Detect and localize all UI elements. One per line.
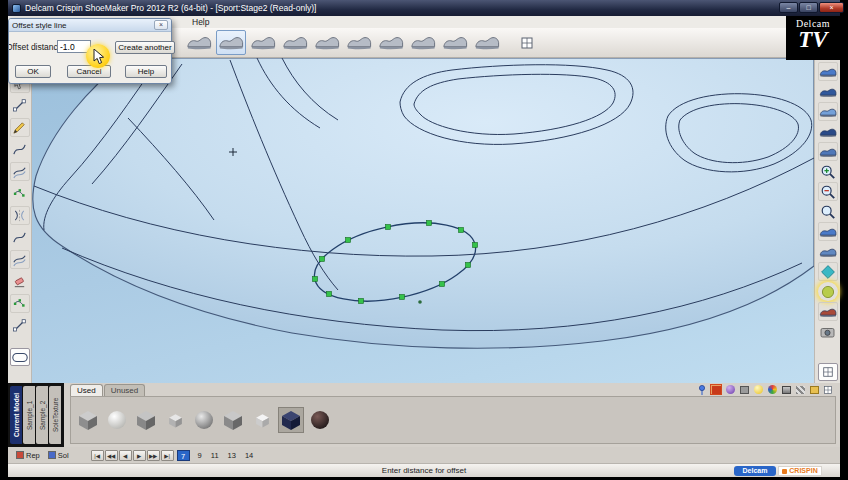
shoe-stitch-icon[interactable]	[376, 30, 406, 55]
forward-button[interactable]: ▶▶	[147, 450, 160, 461]
style-lines-icon[interactable]	[280, 30, 310, 55]
smooth-curve-icon[interactable]	[10, 228, 30, 247]
materials-panel: Current Model Sample_1 Sample_2 SoleText…	[8, 383, 840, 447]
status-message: Enter distance for offset	[8, 466, 840, 475]
delete-curve-icon[interactable]	[10, 272, 30, 291]
offset-curve-icon[interactable]	[10, 162, 30, 181]
shoe-model	[32, 58, 814, 383]
shoe-last-icon[interactable]	[184, 30, 214, 55]
tab-sole-texture[interactable]: SoleTexture	[49, 386, 61, 444]
title-bar: Delcam Crispin ShoeMaker Pro 2012 R2 (64…	[8, 0, 840, 16]
apply-material-icon[interactable]	[710, 384, 722, 395]
frame-number[interactable]: 14	[245, 451, 253, 460]
rep-label: Rep	[26, 451, 40, 460]
frame-number[interactable]: 9	[198, 451, 202, 460]
rep-chip[interactable]: Rep	[16, 451, 40, 460]
shoe-punch-icon[interactable]	[344, 30, 374, 55]
shoe-grade-icon[interactable]	[472, 30, 502, 55]
view-last-icon[interactable]	[818, 62, 838, 81]
rotate-view-icon[interactable]	[818, 222, 838, 241]
pan-view-icon[interactable]	[818, 242, 838, 261]
prev-frame-button[interactable]: ◀	[119, 450, 132, 461]
frame-numbers: 9 11 13 14	[198, 451, 254, 460]
shoe-flatten-icon[interactable]	[248, 30, 278, 55]
pin-icon[interactable]	[696, 384, 708, 395]
material-swatch-light-cube[interactable]	[162, 407, 188, 433]
material-swatch-navy-cube[interactable]	[278, 407, 304, 433]
tab-unused[interactable]: Unused	[104, 384, 146, 396]
mirror-curve-icon[interactable]	[10, 206, 30, 225]
paint-bucket-icon[interactable]	[780, 384, 792, 395]
snapshot-icon[interactable]	[818, 322, 838, 341]
help-button[interactable]: Help	[125, 65, 167, 78]
project-curve-icon[interactable]	[10, 250, 30, 269]
folder-icon[interactable]	[808, 384, 820, 395]
edit-curve-icon[interactable]	[10, 140, 30, 159]
last-frame-button[interactable]: ▶|	[161, 450, 174, 461]
view-shoe-3q-icon[interactable]	[818, 142, 838, 161]
close-button[interactable]: ×	[819, 2, 844, 13]
frame-number[interactable]: 13	[228, 451, 236, 460]
sol-chip[interactable]: Sol	[48, 451, 69, 460]
view-toolbar	[814, 58, 840, 383]
lock-icon[interactable]	[738, 384, 750, 395]
join-curve-icon[interactable]	[10, 294, 30, 313]
view-shoe-side-icon[interactable]	[818, 102, 838, 121]
menu-help[interactable]: Help	[188, 17, 213, 27]
loop-region-icon[interactable]	[10, 348, 30, 366]
bulb-icon[interactable]	[752, 384, 764, 395]
material-swatch-gray-cube[interactable]	[133, 407, 159, 433]
material-swatch-gray-cube[interactable]	[75, 407, 101, 433]
next-frame-button[interactable]: ▶	[133, 450, 146, 461]
view-shoe-top-icon[interactable]	[818, 82, 838, 101]
shoe-sole-icon[interactable]	[440, 30, 470, 55]
minimize-button[interactable]: –	[779, 2, 798, 13]
zoom-fit-icon[interactable]	[818, 202, 838, 221]
model-viewport[interactable]	[32, 58, 814, 383]
tab-sample-2[interactable]: Sample_2	[36, 386, 48, 444]
dialog-title-bar[interactable]: Offset style line ×	[9, 19, 171, 32]
panel-toggle-icon[interactable]	[818, 363, 838, 381]
crispin-logo-mark	[782, 469, 787, 474]
window-title: Delcam Crispin ShoeMaker Pro 2012 R2 (64…	[25, 3, 317, 13]
texture-icon[interactable]	[794, 384, 806, 395]
tab-sample-1[interactable]: Sample_1	[23, 386, 35, 444]
render-texture-icon[interactable]	[818, 302, 838, 321]
color-wheel-icon[interactable]	[766, 384, 778, 395]
zoom-out-icon[interactable]	[818, 182, 838, 201]
material-swatch-gray-sphere[interactable]	[191, 407, 217, 433]
material-swatch-white-sphere[interactable]	[104, 407, 130, 433]
dialog-close-icon[interactable]: ×	[154, 20, 168, 30]
model-tab-strip: Current Model Sample_1 Sample_2 SoleText…	[8, 383, 64, 447]
shoe-upper-icon[interactable]	[216, 30, 246, 55]
material-swatch-gray-cube[interactable]	[220, 407, 246, 433]
first-frame-button[interactable]: |◀	[91, 450, 104, 461]
zoom-in-icon[interactable]	[818, 162, 838, 181]
create-another-button[interactable]: Create another	[115, 41, 175, 54]
offset-distance-label: Offset distance	[9, 42, 63, 52]
curve-points-icon[interactable]	[10, 184, 30, 203]
grid-icon[interactable]	[822, 384, 834, 395]
tab-used[interactable]: Used	[70, 384, 103, 396]
ok-button[interactable]: OK	[15, 65, 51, 78]
render-shaded-icon[interactable]	[818, 282, 838, 301]
material-swatch-white-cube[interactable]	[249, 407, 275, 433]
measure-icon[interactable]	[518, 34, 536, 52]
rewind-button[interactable]: ◀◀	[105, 450, 118, 461]
shoe-trim-icon[interactable]	[312, 30, 342, 55]
view-shoe-back-icon[interactable]	[818, 122, 838, 141]
material-swatch-list	[70, 396, 836, 444]
offset-preview-point	[418, 300, 422, 304]
current-frame-badge[interactable]: 7	[177, 450, 190, 461]
material-swatch-dark-sphere[interactable]	[307, 407, 333, 433]
split-line-icon[interactable]	[10, 316, 30, 335]
maximize-button[interactable]: □	[799, 2, 818, 13]
crispin-logo: CRISPIN	[778, 466, 822, 476]
render-wireframe-icon[interactable]	[818, 262, 838, 281]
tab-current-model[interactable]: Current Model	[10, 386, 22, 444]
draw-pencil-icon[interactable]	[10, 118, 30, 137]
sphere-preview-icon[interactable]	[724, 384, 736, 395]
shoe-accessories-icon[interactable]	[408, 30, 438, 55]
frame-number[interactable]: 11	[211, 451, 219, 460]
draw-line-icon[interactable]	[10, 96, 30, 115]
